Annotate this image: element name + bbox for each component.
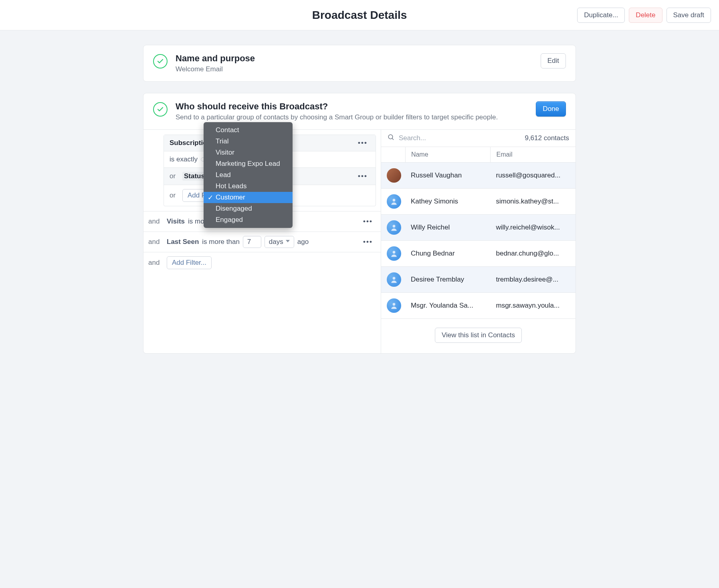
dropdown-item[interactable]: Engaged [204, 214, 293, 226]
filter-field-label: Visits [167, 217, 185, 226]
dropdown-item[interactable]: Customer [204, 192, 293, 203]
view-in-contacts-button[interactable]: View this list in Contacts [435, 328, 522, 343]
avatar [387, 220, 401, 235]
app-header: Broadcast Details Duplicate... Delete Sa… [0, 0, 719, 30]
name-section-title: Name and purpose [176, 53, 255, 64]
status-dropdown[interactable]: ContactTrialVisitorMarketing Expo LeadLe… [204, 122, 293, 228]
dropdown-item[interactable]: Disengaged [204, 203, 293, 214]
page-title: Broadcast Details [312, 9, 407, 22]
contact-row[interactable]: Kathey Simonissimonis.kathey@st... [381, 189, 576, 215]
edit-button[interactable]: Edit [541, 53, 566, 68]
or-label: or [170, 191, 179, 199]
contact-row[interactable]: Chung Bednarbednar.chung@glo... [381, 241, 576, 267]
svg-point-2 [393, 199, 396, 201]
contact-email: willy.reichel@wisok... [490, 218, 576, 237]
svg-point-0 [388, 135, 393, 139]
contact-name: Kathey Simonis [405, 192, 491, 211]
contact-email: bednar.chung@glo... [490, 244, 576, 263]
contact-email: simonis.kathey@st... [490, 192, 576, 211]
contact-row[interactable]: Russell Vaughanrussell@gosquared... [381, 163, 576, 189]
svg-point-4 [393, 251, 396, 254]
filter-field-label: Last Seen [167, 238, 199, 246]
contacts-column: 9,612 contacts Name Email Russell Vaugha… [381, 130, 576, 353]
dropdown-item[interactable]: Hot Leads [204, 181, 293, 192]
avatar [387, 246, 401, 261]
col-header-email: Email [490, 147, 576, 162]
svg-point-3 [393, 225, 396, 228]
col-header-name: Name [405, 147, 491, 162]
dropdown-item[interactable]: Visitor [204, 147, 293, 158]
avatar [387, 272, 401, 287]
contacts-search-input[interactable] [399, 134, 521, 142]
recipients-card: Who should receive this Broadcast? Send … [143, 93, 576, 354]
filter-suffix: ago [297, 238, 309, 246]
contact-name: Desiree Tremblay [405, 270, 491, 289]
done-button[interactable]: Done [536, 101, 566, 117]
or-label: or [170, 172, 179, 180]
contact-name: Willy Reichel [405, 218, 491, 237]
contact-row[interactable]: Msgr. Youlanda Sa...msgr.sawayn.youla... [381, 293, 576, 319]
search-icon [388, 134, 395, 143]
more-icon[interactable]: ••• [355, 139, 370, 147]
add-filter-button[interactable]: Add Filter... [167, 256, 212, 269]
recipients-title: Who should receive this Broadcast? [176, 101, 523, 112]
contact-name: Chung Bednar [405, 244, 491, 263]
contacts-search-bar: 9,612 contacts [381, 130, 576, 147]
name-section-subtitle: Welcome Email [176, 65, 255, 73]
dropdown-item[interactable]: Trial [204, 136, 293, 147]
more-icon[interactable]: ••• [361, 238, 375, 246]
contact-email: msgr.sawayn.youla... [490, 296, 576, 315]
dropdown-item[interactable]: Contact [204, 125, 293, 136]
delete-button[interactable]: Delete [629, 8, 662, 23]
and-label: and [148, 259, 164, 267]
and-row-lastseen[interactable]: and Last Seen is more than 7 days ago ••… [143, 232, 381, 252]
caret-down-icon [286, 240, 290, 244]
avatar [387, 194, 401, 209]
filter-unit-select[interactable]: days [265, 236, 294, 248]
filter-operator: is more than [202, 238, 240, 246]
save-draft-button[interactable]: Save draft [666, 8, 711, 23]
svg-point-5 [393, 277, 396, 280]
contact-row[interactable]: Desiree Tremblaytremblay.desiree@... [381, 267, 576, 293]
recipients-subtitle: Send to a particular group of contacts b… [176, 113, 523, 121]
contact-row[interactable]: Willy Reichelwilly.reichel@wisok... [381, 215, 576, 241]
check-circle-icon [153, 54, 168, 68]
contact-name: Russell Vaughan [405, 166, 491, 185]
contact-name: Msgr. Youlanda Sa... [405, 296, 491, 315]
header-actions: Duplicate... Delete Save draft [577, 8, 711, 23]
contacts-header: Name Email [381, 147, 576, 163]
contact-email: russell@gosquared... [490, 166, 576, 185]
filter-value-input[interactable]: 7 [243, 236, 261, 248]
contacts-count: 9,612 contacts [525, 134, 569, 142]
svg-line-1 [392, 138, 394, 140]
and-row-add: and Add Filter... [143, 252, 381, 273]
svg-point-6 [393, 303, 396, 306]
filter-field-label: Status [182, 172, 206, 181]
avatar [387, 168, 401, 183]
dropdown-item[interactable]: Lead [204, 169, 293, 181]
filter-operator: is exactly [170, 155, 198, 163]
name-purpose-card: Name and purpose Welcome Email Edit [143, 45, 576, 82]
and-label: and [148, 217, 164, 226]
check-circle-icon [153, 102, 168, 117]
duplicate-button[interactable]: Duplicate... [577, 8, 625, 23]
avatar [387, 298, 401, 313]
more-icon[interactable]: ••• [361, 217, 375, 226]
and-label: and [148, 238, 164, 246]
dropdown-item[interactable]: Marketing Expo Lead [204, 158, 293, 169]
more-icon[interactable]: ••• [355, 172, 370, 180]
contact-email: tremblay.desiree@... [490, 270, 576, 289]
